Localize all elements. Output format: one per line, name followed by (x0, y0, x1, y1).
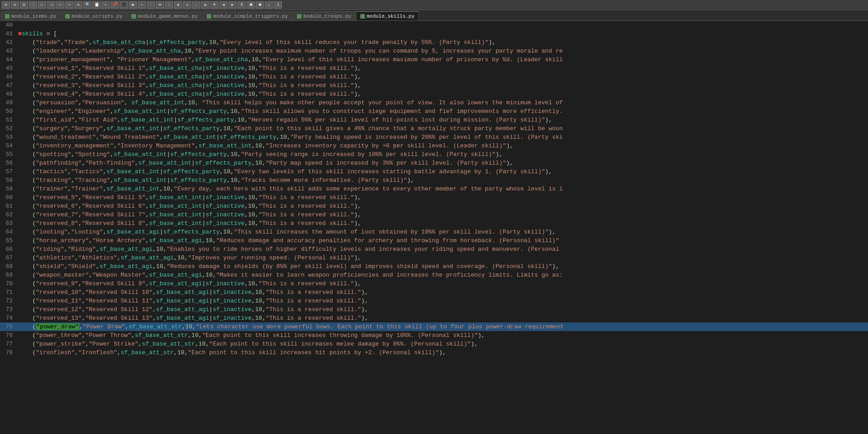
line-content: ("wound_treatment","Wound Treatment",sf_… (16, 133, 868, 141)
table-row: 62 ("reserved_7","Reserved Skill 7",sf_b… (0, 210, 868, 219)
toolbar-btn-3[interactable]: ⊠ (20, 1, 28, 9)
toolbar-btn-10[interactable]: 🔍 (83, 1, 92, 9)
line-content: ("inventory_management","Inventory Manag… (16, 141, 868, 150)
toolbar-btn-27[interactable]: ⏸ (238, 1, 246, 9)
line-content: ("power_throw","Power Throw",sf_base_att… (16, 331, 868, 340)
line-content: ("reserved_9","Reserved Skill 9",sf_base… (16, 279, 868, 288)
toolbar-btn-19[interactable]: ○ (165, 1, 173, 9)
line-number: 45 (0, 64, 16, 73)
toolbar-btn-16[interactable]: ▪ (138, 1, 146, 9)
table-row: 58 ("tracking","Tracking",sf_base_att_in… (0, 176, 868, 185)
toolbar-btn-25[interactable]: ◀ (219, 1, 228, 9)
table-row: 47 ("reserved_3","Reserved Skill 3",sf_b… (0, 81, 868, 90)
line-content: ("reserved_12","Reserved Skill 12",sf_ba… (16, 305, 868, 314)
toolbar-btn-17[interactable]: ▫ (147, 1, 155, 9)
table-row: 55 ("spotting","Spotting",sf_base_att_in… (0, 150, 868, 159)
line-number: 70 (0, 279, 16, 288)
line-content: ("reserved_3","Reserved Skill 3",sf_base… (16, 81, 868, 90)
line-number: 41 (0, 29, 16, 38)
toolbar-btn-13[interactable]: 📌 (111, 1, 119, 9)
line-content: ("reserved_5","Reserved Skill 5",sf_base… (16, 193, 868, 202)
line-number: 49 (0, 98, 16, 107)
line-number: 55 (0, 150, 16, 159)
line-content: ("looting","Looting",sf_base_att_agi|sf_… (16, 228, 868, 236)
table-row: 61 ("reserved_6","Reserved Skill 6",sf_b… (0, 202, 868, 210)
toolbar-btn-22[interactable]: ☆ (192, 1, 200, 9)
table-row: 64 ("looting","Looting",sf_base_att_agi|… (0, 228, 868, 236)
line-content: ("power_draw","Power Draw",sf_base_att_s… (16, 322, 868, 331)
tab-module-skills-label: module_skills.py (367, 14, 415, 19)
line-number: 71 (0, 288, 16, 297)
toolbar-btn-15[interactable]: ◼ (129, 1, 137, 9)
line-number: 51 (0, 116, 16, 124)
line-content: ("tracking","Tracking",sf_base_att_int|s… (16, 176, 868, 185)
line-content: ("reserved_2","Reserved Skill 2",sf_base… (16, 73, 868, 81)
toolbar-btn-30[interactable]: ⚠ (265, 1, 273, 9)
line-number: 66 (0, 245, 16, 254)
line-content: ("reserved_1","Reserved Skill 1",sf_base… (16, 64, 868, 73)
line-content: ("riding","Riding",sf_base_att_agi,10,"E… (16, 245, 868, 254)
toolbar-btn-12[interactable]: ✂ (102, 1, 110, 9)
toolbar-btn-21[interactable]: ★ (183, 1, 191, 9)
line-content: ("trade","Trade",sf_base_att_cha|sf_effe… (16, 38, 868, 47)
toolbar-btn-26[interactable]: ▶ (228, 1, 237, 9)
toolbar-btn-4[interactable]: □ (29, 1, 37, 9)
table-row: 68 ("shield","Shield",sf_base_att_agi,10… (0, 262, 868, 271)
code-editor[interactable]: 40 41 ■skills = [ 42 ("trade","Trade",sf… (0, 21, 868, 434)
toolbar-btn-5[interactable]: ▷ (38, 1, 46, 9)
line-number: 61 (0, 202, 16, 210)
line-content: ("surgery","Surgery",sf_base_att_int|sf_… (16, 124, 868, 133)
tab-module-items[interactable]: module_items.py (1, 11, 60, 20)
line-number: 44 (0, 55, 16, 64)
line-content: ("reserved_8","Reserved Skill 8",sf_base… (16, 219, 868, 228)
tab-module-troops-label: module_troops.py (303, 14, 351, 19)
toolbar-btn-9[interactable]: ⚙ (74, 1, 82, 9)
toolbar-btn-6[interactable]: ◁ (47, 1, 55, 9)
table-row: 49 ("persuasion","Persuasion", sf_base_a… (0, 98, 868, 107)
line-content: ("trainer","Trainer",sf_base_att_int,10,… (16, 185, 868, 193)
table-row: 56 ("pathfinding","Path-finding",sf_base… (0, 159, 868, 167)
tab-module-game-menus[interactable]: module_game_menus.py (127, 11, 202, 20)
table-row: 54 ("inventory_management","Inventory Ma… (0, 141, 868, 150)
toolbar-btn-8[interactable]: ↪ (65, 1, 73, 9)
table-row: 48 ("reserved_4","Reserved Skill 4",sf_b… (0, 90, 868, 98)
line-number: 62 (0, 210, 16, 219)
toolbar-btn-1[interactable]: ⊞ (2, 1, 10, 9)
line-number: 64 (0, 228, 16, 236)
toolbar-btn-31[interactable]: ℹ (274, 1, 282, 9)
line-content: ("athletics","Athletics",sf_base_att_agi… (16, 254, 868, 262)
line-content: ("horse_archery","Horse Archery",sf_base… (16, 236, 868, 245)
toolbar-btn-18[interactable]: ● (156, 1, 164, 9)
toolbar-btn-14[interactable]: ⬛ (120, 1, 128, 9)
table-row: 53 ("wound_treatment","Wound Treatment",… (0, 133, 868, 141)
toolbar-btn-20[interactable]: ◆ (174, 1, 182, 9)
line-number: 63 (0, 219, 16, 228)
table-row: 67 ("athletics","Athletics",sf_base_att_… (0, 254, 868, 262)
line-content: ("leadership","Leadership",sf_base_att_c… (16, 47, 868, 55)
table-row: 51 ("first_aid","First Aid",sf_base_att_… (0, 116, 868, 124)
line-number: 57 (0, 167, 16, 176)
toolbar-btn-11[interactable]: 📋 (92, 1, 101, 9)
table-row: 60 ("reserved_5","Reserved Skill 5",sf_b… (0, 193, 868, 202)
table-row: 66 ("riding","Riding",sf_base_att_agi,10… (0, 245, 868, 254)
table-row: 65 ("horse_archery","Horse Archery",sf_b… (0, 236, 868, 245)
table-row: 46 ("reserved_2","Reserved Skill 2",sf_b… (0, 73, 868, 81)
line-content: ("ironflesh","Ironflesh",sf_base_att_str… (16, 348, 868, 357)
toolbar-btn-24[interactable]: ▼ (210, 1, 218, 9)
table-row: 72 ("reserved_11","Reserved Skill 11",sf… (0, 297, 868, 305)
line-content: ("spotting","Spotting",sf_base_att_int|s… (16, 150, 868, 159)
line-content: ("reserved_13","Reserved Skill 13",sf_ba… (16, 314, 868, 322)
toolbar-btn-28[interactable]: ⏹ (247, 1, 255, 9)
toolbar-btn-29[interactable]: ⏺ (256, 1, 264, 9)
tab-module-troops[interactable]: module_troops.py (293, 11, 355, 20)
table-row: 73 ("reserved_12","Reserved Skill 12",sf… (0, 305, 868, 314)
table-row: 71 ("reserved_10","Reserved Skill 10",sf… (0, 288, 868, 297)
line-number: 69 (0, 271, 16, 279)
line-content: ("reserved_7","Reserved Skill 7",sf_base… (16, 210, 868, 219)
toolbar-btn-23[interactable]: ▲ (201, 1, 209, 9)
tab-module-simple-triggers[interactable]: module_simple_triggers.py (203, 11, 292, 20)
toolbar-btn-7[interactable]: ↩ (56, 1, 64, 9)
tab-module-skills[interactable]: module_skills.py (356, 11, 419, 20)
toolbar-btn-2[interactable]: ⊟ (11, 1, 19, 9)
tab-module-scripts[interactable]: module_scripts.py (61, 11, 126, 20)
